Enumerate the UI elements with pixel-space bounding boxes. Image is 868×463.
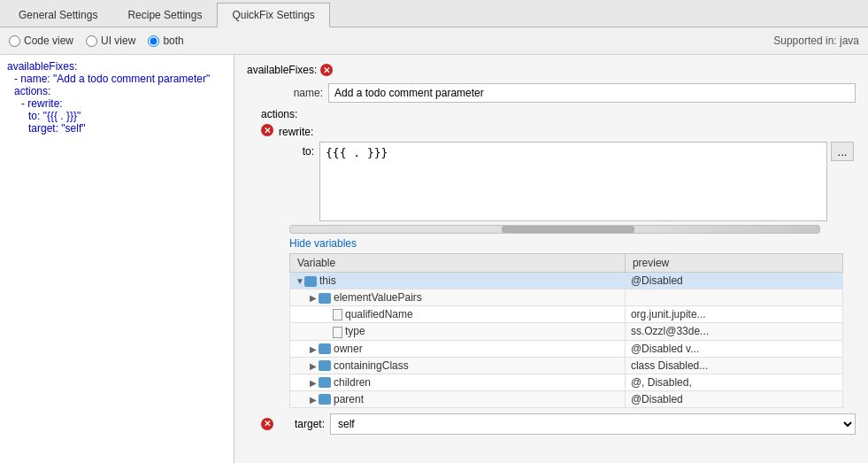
- to-textarea[interactable]: [319, 142, 827, 221]
- variable-cell: children: [290, 374, 626, 390]
- tab-recipe[interactable]: Recipe Settings: [112, 3, 217, 27]
- rewrite-label: rewrite:: [279, 124, 313, 138]
- folder-closed-icon: [319, 343, 331, 354]
- name-input[interactable]: [328, 83, 856, 103]
- both-view-option[interactable]: both: [148, 35, 183, 47]
- available-fixes-label: availableFixes:: [247, 64, 317, 76]
- variable-cell: containingClass: [290, 357, 626, 374]
- remove-rewrite-button[interactable]: ✕: [261, 124, 273, 136]
- folder-closed-icon: [319, 377, 331, 388]
- file-icon: [333, 309, 342, 320]
- chevron-right-icon: [310, 293, 319, 303]
- preview-cell: [625, 289, 842, 306]
- folder-open-icon: [304, 276, 317, 287]
- left-line-4: - rewrite:: [7, 97, 227, 110]
- folder-closed-icon: [319, 394, 331, 405]
- left-panel: availableFixes: - name: "Add a todo comm…: [0, 55, 234, 463]
- variable-cell: parent: [290, 390, 626, 407]
- to-label: to:: [289, 142, 314, 158]
- variable-name: containingClass: [334, 359, 409, 372]
- remove-fix-button[interactable]: ✕: [320, 64, 333, 76]
- table-row[interactable]: containingClassclass Disabled...: [290, 357, 843, 374]
- preview-cell: @Disabled: [625, 273, 842, 289]
- textarea-wrapper: ...: [319, 142, 856, 221]
- variables-table: Variable preview this@DisabledelementVal…: [289, 253, 843, 408]
- folder-closed-icon: [319, 360, 331, 371]
- preview-cell: @Disabled v...: [625, 340, 842, 357]
- target-row: ✕ target: self parent root: [261, 413, 856, 435]
- variable-name: qualifiedName: [345, 308, 413, 320]
- name-label: name:: [261, 83, 323, 99]
- actions-label: actions:: [261, 108, 297, 120]
- variable-name: this: [319, 274, 336, 287]
- ui-view-label: UI view: [101, 35, 135, 47]
- variable-name: elementValuePairs: [334, 291, 422, 304]
- name-row: name:: [261, 83, 856, 103]
- folder-closed-icon: [319, 293, 331, 304]
- table-row[interactable]: owner@Disabled v...: [290, 340, 843, 357]
- tab-general[interactable]: General Settings: [4, 3, 112, 27]
- preview-cell: ss.Ozzl@33de...: [625, 323, 842, 340]
- both-view-radio[interactable]: [148, 35, 159, 47]
- available-fixes-row: availableFixes: ✕: [247, 64, 856, 76]
- table-row[interactable]: parent@Disabled: [290, 390, 843, 407]
- code-view-label: Code view: [24, 35, 73, 47]
- hide-variables-link[interactable]: Hide variables: [289, 237, 856, 250]
- main-layout: availableFixes: - name: "Add a todo comm…: [0, 55, 868, 463]
- target-select[interactable]: self parent root: [330, 413, 856, 435]
- table-row[interactable]: children@, Disabled,: [290, 374, 843, 390]
- variable-cell: type: [290, 323, 626, 340]
- preview-cell: class Disabled...: [625, 357, 842, 374]
- code-view-radio[interactable]: [9, 35, 20, 47]
- tab-bar: General Settings Recipe Settings QuickFi…: [0, 0, 868, 27]
- variable-col-header: Variable: [290, 254, 626, 273]
- table-row[interactable]: this@Disabled: [290, 273, 843, 289]
- variable-name: children: [334, 376, 371, 389]
- chevron-down-icon: [296, 276, 304, 286]
- preview-cell: @Disabled: [625, 390, 842, 407]
- variable-cell: this: [290, 273, 626, 289]
- rewrite-row: ✕ rewrite:: [261, 124, 856, 138]
- supported-info: Supported in: java: [773, 35, 859, 47]
- right-panel: availableFixes: ✕ name: actions: ✕ rewri…: [234, 55, 868, 463]
- target-label: target:: [280, 418, 325, 430]
- table-row[interactable]: typess.Ozzl@33de...: [290, 323, 843, 340]
- chevron-right-icon: [310, 395, 319, 405]
- variable-cell: qualifiedName: [290, 306, 626, 323]
- file-icon: [333, 327, 342, 338]
- table-row[interactable]: qualifiedNameorg.junit.jupite...: [290, 306, 843, 323]
- left-line-3: actions:: [7, 85, 227, 97]
- code-view-option[interactable]: Code view: [9, 35, 73, 47]
- preview-cell: org.junit.jupite...: [625, 306, 842, 323]
- view-selector-row: Code view UI view both Supported in: jav…: [0, 27, 868, 55]
- both-view-label: both: [163, 35, 183, 47]
- variable-cell: owner: [290, 340, 626, 357]
- left-line-5: to: "{{{ . }}}": [7, 110, 227, 122]
- variable-name: type: [345, 325, 365, 337]
- horizontal-scrollbar[interactable]: [289, 225, 820, 234]
- variable-name: parent: [334, 393, 364, 405]
- left-line-1: availableFixes:: [7, 60, 227, 73]
- preview-col-header: preview: [625, 254, 842, 273]
- chevron-right-icon: [310, 361, 319, 371]
- chevron-right-icon: [310, 344, 319, 354]
- ui-view-option[interactable]: UI view: [86, 35, 135, 47]
- table-row[interactable]: elementValuePairs: [290, 289, 843, 306]
- variables-table-container: Variable preview this@DisabledelementVal…: [289, 253, 843, 408]
- remove-target-button[interactable]: ✕: [261, 418, 273, 430]
- variable-cell: elementValuePairs: [290, 289, 626, 306]
- preview-cell: @, Disabled,: [625, 374, 842, 390]
- left-line-6: target: "self": [7, 122, 227, 135]
- to-row: to: ...: [289, 142, 856, 221]
- dots-button[interactable]: ...: [831, 142, 854, 161]
- left-line-2: - name: "Add a todo comment parameter": [7, 73, 227, 85]
- ui-view-radio[interactable]: [86, 35, 97, 47]
- chevron-right-icon: [310, 378, 319, 388]
- variable-name: owner: [334, 343, 363, 355]
- app-container: General Settings Recipe Settings QuickFi…: [0, 0, 868, 463]
- actions-label-row: actions:: [261, 108, 856, 120]
- tab-quickfix[interactable]: QuickFix Settings: [217, 3, 329, 27]
